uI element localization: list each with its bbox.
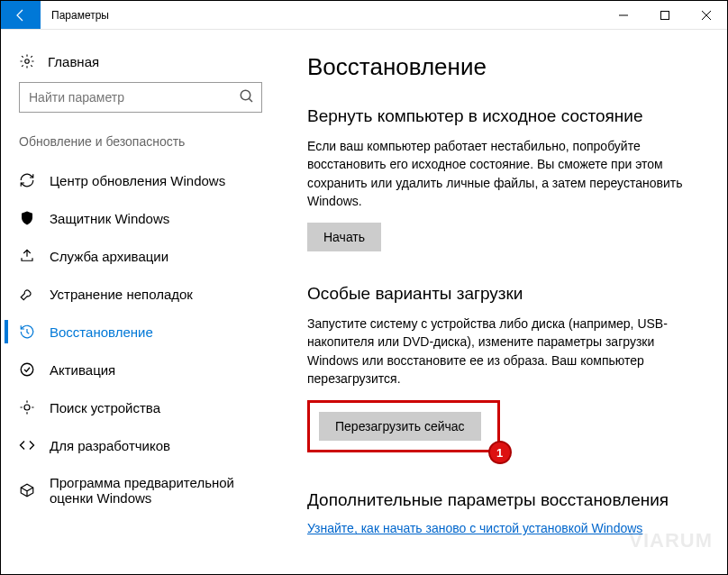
svg-point-5 (241, 90, 250, 100)
back-button[interactable] (1, 1, 41, 29)
sidebar-item-insider[interactable]: Программа предварительной оценки Windows (5, 464, 277, 516)
close-button[interactable] (686, 1, 727, 29)
home-label: Главная (48, 54, 99, 69)
sidebar-item-defender[interactable]: Защитник Windows (5, 199, 277, 237)
section-reset: Вернуть компьютер в исходное состояние Е… (307, 106, 705, 251)
sidebar-item-label: Центр обновления Windows (50, 173, 225, 188)
check-icon (19, 361, 35, 378)
sidebar: Главная Обновление и безопасность Центр … (1, 30, 280, 574)
minimize-button[interactable] (603, 1, 644, 29)
search-input[interactable] (19, 82, 262, 113)
sidebar-item-label: Программа предварительной оценки Windows (50, 475, 262, 506)
box-icon (19, 482, 35, 498)
sidebar-item-label: Защитник Windows (50, 211, 169, 226)
title-bar: Параметры (1, 1, 727, 30)
sidebar-item-backup[interactable]: Служба архивации (5, 237, 277, 275)
svg-point-7 (21, 363, 33, 376)
sidebar-item-label: Устранение неполадок (50, 287, 193, 302)
watermark: VIARUM (629, 529, 713, 552)
sidebar-item-label: Активация (50, 362, 115, 378)
section-heading: Особые варианты загрузки (307, 284, 705, 304)
shield-icon (19, 210, 35, 226)
restart-now-button[interactable]: Перезагрузить сейчас (319, 412, 481, 441)
search-icon (239, 88, 255, 107)
section-advanced-startup: Особые варианты загрузки Запустите систе… (307, 284, 705, 458)
svg-rect-1 (661, 11, 669, 19)
backup-icon (19, 248, 35, 264)
annotation-number: 1 (488, 441, 512, 464)
code-icon (19, 437, 35, 453)
history-icon (19, 324, 35, 340)
reset-start-button[interactable]: Начать (307, 223, 381, 251)
page-title: Восстановление (307, 53, 705, 81)
section-body: Запустите систему с устройства либо диск… (307, 315, 705, 388)
locate-icon (19, 399, 35, 415)
annotation-highlight: Перезагрузить сейчас 1 (307, 400, 500, 452)
section-body: Если ваш компьютер работает нестабильно,… (307, 137, 705, 210)
sidebar-item-label: Служба архивации (50, 249, 168, 264)
sidebar-item-troubleshoot[interactable]: Устранение неполадок (5, 275, 277, 313)
section-label: Обновление и безопасность (5, 129, 277, 161)
home-nav[interactable]: Главная (5, 46, 277, 82)
sidebar-item-label: Для разработчиков (50, 438, 170, 453)
maximize-button[interactable] (644, 1, 686, 29)
sidebar-item-windows-update[interactable]: Центр обновления Windows (5, 161, 277, 199)
search-box[interactable] (19, 82, 262, 113)
wrench-icon (19, 286, 35, 302)
gear-icon (19, 53, 35, 69)
svg-point-4 (25, 59, 30, 64)
window-controls (603, 1, 727, 29)
sync-icon (19, 172, 35, 188)
section-heading: Дополнительные параметры восстановления (307, 490, 705, 510)
sidebar-item-find-device[interactable]: Поиск устройства (5, 388, 277, 426)
sidebar-item-label: Восстановление (50, 324, 153, 340)
sidebar-item-activation[interactable]: Активация (5, 351, 277, 388)
svg-point-8 (24, 405, 30, 410)
sidebar-item-developers[interactable]: Для разработчиков (5, 426, 277, 464)
clean-install-link[interactable]: Узнайте, как начать заново с чистой уста… (307, 521, 642, 535)
window-title: Параметры (41, 1, 603, 29)
main-panel: Восстановление Вернуть компьютер в исход… (280, 30, 727, 574)
section-heading: Вернуть компьютер в исходное состояние (307, 106, 705, 126)
svg-line-6 (249, 98, 252, 102)
sidebar-item-label: Поиск устройства (50, 400, 160, 415)
sidebar-item-recovery[interactable]: Восстановление (5, 313, 277, 351)
